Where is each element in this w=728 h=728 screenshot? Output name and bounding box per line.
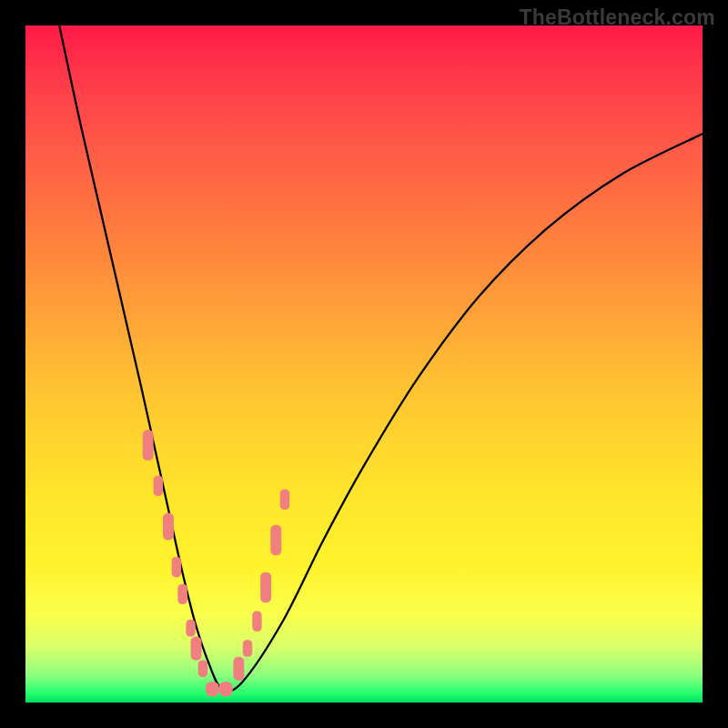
sample-marker — [163, 513, 174, 541]
frame: TheBottleneck.com — [0, 0, 728, 728]
sample-marker — [191, 636, 202, 660]
sample-marker — [243, 640, 252, 657]
sample-marker — [219, 682, 233, 696]
sample-marker — [172, 557, 181, 577]
plot-area — [25, 25, 703, 703]
sample-marker — [206, 682, 219, 696]
sample-marker — [233, 657, 244, 681]
sample-marker — [143, 430, 154, 460]
chart-svg — [25, 25, 703, 703]
sample-marker — [252, 612, 261, 632]
sample-marker — [186, 620, 195, 637]
watermark-text: TheBottleneck.com — [519, 5, 715, 30]
sample-marker — [154, 476, 163, 496]
sample-marker — [177, 584, 187, 604]
sample-marker — [270, 525, 281, 555]
curve-path — [59, 25, 703, 692]
sample-marker — [198, 661, 207, 678]
sample-marker — [260, 572, 271, 602]
sample-markers — [143, 430, 289, 697]
sample-marker — [280, 490, 289, 510]
bottleneck-curve — [59, 25, 703, 692]
